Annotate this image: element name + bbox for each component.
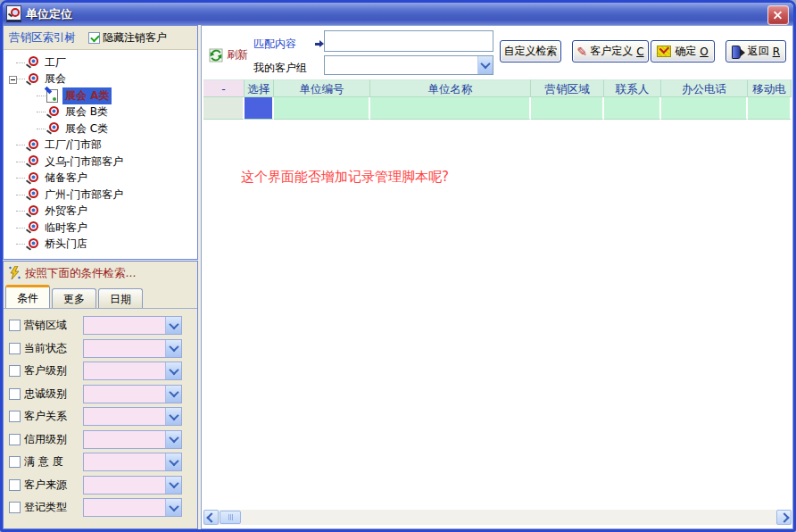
tree-connector [16, 244, 25, 245]
horizontal-scrollbar[interactable] [203, 510, 792, 525]
tree-connector [16, 162, 25, 162]
chevron-down-icon[interactable] [165, 477, 181, 494]
column-header-联系人[interactable]: 联系人 [604, 79, 661, 97]
filter-checkbox[interactable] [9, 343, 21, 354]
table-body [203, 97, 792, 120]
results-panel: 刷新 匹配内容 我的客户组 自定义检索✎客户定义C确定O返回R -选择单位编号单… [201, 25, 793, 529]
chevron-down-icon[interactable] [165, 317, 181, 334]
magnifier-icon [26, 155, 38, 168]
close-icon[interactable] [767, 5, 789, 25]
filter-checkbox[interactable] [9, 456, 21, 468]
chevron-down-icon[interactable] [165, 453, 181, 470]
tree-item-label: 展会 B类 [62, 104, 111, 121]
filter-dropdown[interactable] [83, 407, 182, 426]
selected-cell[interactable] [245, 97, 274, 120]
tree-item[interactable]: 展会 C类 [5, 121, 195, 137]
table-cell[interactable] [370, 97, 531, 120]
tree-collapse-icon[interactable] [9, 76, 17, 84]
hide-cancelled-checkbox[interactable]: 隐藏注销客户 [88, 30, 167, 46]
tab-更多[interactable]: 更多 [52, 288, 96, 308]
table-cell[interactable] [203, 97, 245, 120]
filter-row: 满 意 度 [9, 453, 197, 471]
filter-dropdown[interactable] [83, 430, 182, 449]
filter-checkbox[interactable] [9, 502, 21, 513]
button-accelerator: C [636, 46, 643, 58]
tree-connector [16, 195, 25, 195]
tree-item[interactable]: 义乌-门市部客户 [5, 154, 195, 170]
filter-row: 客户级别 [9, 362, 197, 380]
column-header-选择[interactable]: 选择 [245, 79, 274, 97]
tab-条件[interactable]: 条件 [5, 285, 50, 308]
scrollbar-thumb[interactable] [220, 511, 241, 524]
chevron-down-icon[interactable] [165, 499, 181, 516]
tree-item[interactable]: 广州-门市部客户 [5, 187, 195, 204]
refresh-label: 刷新 [227, 47, 248, 62]
tree-item-label: 桥头门店 [42, 236, 90, 253]
filter-checkbox[interactable] [9, 388, 21, 400]
confirm-button[interactable]: 确定O [651, 40, 715, 62]
tree-item[interactable]: 工厂/门市部 [5, 137, 195, 154]
table-row[interactable] [203, 97, 792, 120]
button-label: 返回 [748, 44, 769, 59]
filter-label: 客户来源 [24, 478, 79, 493]
magnifier-icon [26, 56, 38, 69]
filter-dropdown[interactable] [83, 476, 182, 495]
filter-dropdown[interactable] [83, 362, 182, 380]
filter-dropdown[interactable] [83, 339, 182, 358]
tree-item[interactable]: 桥头门店 [5, 237, 195, 254]
tree-item[interactable]: 临时客户 [5, 220, 195, 237]
column-header-移动电[interactable]: 移动电 [748, 79, 792, 97]
chevron-down-icon[interactable] [477, 56, 493, 74]
chevron-down-icon[interactable] [165, 386, 181, 403]
table-cell[interactable] [661, 97, 748, 120]
filter-checkbox[interactable] [9, 365, 21, 377]
custom-search-button[interactable]: 自定义检索 [500, 40, 561, 62]
tree-item[interactable]: 展会 [5, 71, 195, 88]
refresh-button[interactable]: 刷新 [209, 47, 248, 62]
table-cell[interactable] [748, 97, 792, 120]
tree-item[interactable]: 展会 B类 [5, 104, 195, 121]
column-header-dash[interactable]: - [203, 79, 245, 97]
filter-checkbox[interactable] [9, 479, 21, 491]
checkbox-checked-icon[interactable] [88, 32, 100, 44]
return-button[interactable]: 返回R [726, 40, 786, 62]
match-content-input[interactable] [324, 30, 493, 52]
customer-define-button[interactable]: ✎客户定义C [572, 40, 649, 62]
condition-search-header: 按照下面的条件检索... [4, 262, 197, 285]
customer-group-dropdown[interactable] [324, 55, 493, 75]
table-cell[interactable] [604, 97, 661, 120]
table-cell[interactable] [531, 97, 604, 120]
magnifier-icon [26, 238, 38, 251]
tree-item[interactable]: 展会 A类 [5, 87, 195, 104]
chevron-down-icon[interactable] [165, 340, 181, 357]
scroll-right-arrow-icon[interactable] [776, 510, 792, 525]
filter-dropdown[interactable] [83, 453, 182, 471]
filter-label: 登记类型 [24, 500, 79, 515]
chevron-down-icon[interactable] [165, 431, 181, 448]
filter-dropdown[interactable] [83, 316, 182, 335]
table-cell[interactable] [274, 97, 370, 120]
tree-item[interactable]: 工厂 [5, 54, 195, 71]
filter-checkbox[interactable] [9, 320, 21, 331]
magnifier-icon [26, 205, 38, 218]
chevron-down-icon[interactable] [165, 362, 181, 379]
scroll-left-arrow-icon[interactable] [203, 510, 219, 525]
customer-group-label: 我的客户组 [253, 61, 307, 76]
window-magnifier-icon [6, 5, 21, 22]
filter-checkbox[interactable] [9, 411, 21, 422]
tab-日期[interactable]: 日期 [98, 288, 143, 308]
column-header-营销区域[interactable]: 营销区域 [531, 79, 604, 97]
filter-dropdown[interactable] [83, 385, 182, 403]
column-header-单位编号[interactable]: 单位编号 [274, 79, 370, 97]
tree-connector [16, 211, 25, 212]
filter-checkbox[interactable] [9, 434, 21, 445]
filter-dropdown[interactable] [83, 498, 182, 517]
tree-item[interactable]: 储备客户 [5, 170, 195, 187]
lightning-icon [9, 266, 21, 280]
chevron-down-icon[interactable] [165, 408, 181, 425]
refresh-icon [209, 48, 223, 62]
filter-dropdown-value [84, 453, 165, 470]
column-header-单位名称[interactable]: 单位名称 [370, 79, 531, 97]
tree-item[interactable]: 外贸客户 [5, 204, 195, 220]
column-header-办公电话[interactable]: 办公电话 [661, 79, 748, 97]
